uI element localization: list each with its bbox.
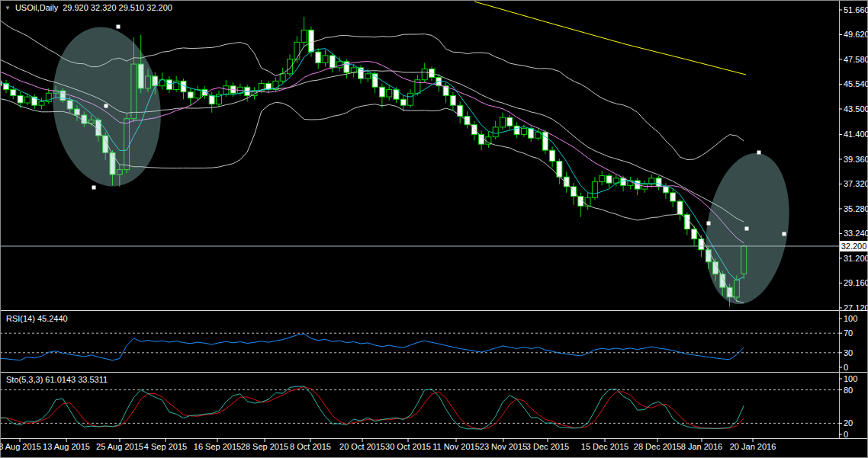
candle-body-bear — [542, 132, 548, 150]
time-axis-label: 11 Nov 2015 — [432, 442, 480, 451]
candle-body-bull — [387, 90, 392, 98]
price-axis-label: 41.400 — [844, 130, 868, 139]
price-axis-label: 49.620 — [844, 30, 868, 39]
price-axis-label: 29.160 — [844, 278, 868, 287]
candle-body-bear — [663, 187, 668, 193]
candle-body-bear — [656, 178, 661, 187]
candle-body-bull — [24, 97, 30, 103]
price-axis-label: 35.280 — [844, 204, 868, 213]
time-axis-label: 20 Jan 2016 — [730, 442, 776, 451]
candle-body-bear — [166, 80, 172, 90]
candle-body-bear — [400, 99, 406, 105]
stochastic-axis-label: 100 — [844, 374, 857, 383]
time-axis-label: 13 Aug 2015 — [43, 442, 90, 451]
rsi-axis-label: 100 — [844, 314, 857, 323]
candle-body-bull — [408, 93, 413, 105]
candle-body-bull — [493, 127, 498, 137]
stochastic-indicator-label: Sto(5,3,3) 61.0143 33.5311 — [6, 375, 108, 385]
time-axis-label: 25 Aug 2015 — [96, 442, 143, 451]
rsi-axis-label: 0 — [844, 363, 848, 372]
stochastic-axis-label: 20 — [844, 418, 853, 428]
chart-title-bar: ▼ USOil,Daily 29.920 32.320 29.510 32.20… — [5, 3, 172, 13]
candle-body-bull — [301, 30, 307, 42]
candlestick-chart-canvas[interactable]: 51.66049.62047.58045.54043.50041.40039.3… — [0, 0, 868, 458]
price-axis-label: 37.320 — [844, 179, 868, 188]
object-drag-handle[interactable] — [745, 227, 749, 231]
candle-body-bear — [188, 92, 193, 98]
current-price-tag: 32.200 — [840, 241, 868, 251]
object-drag-handle[interactable] — [92, 186, 96, 190]
candle-body-bull — [280, 74, 285, 82]
object-drag-handle[interactable] — [707, 222, 711, 226]
candle-body-bull — [39, 101, 44, 105]
candle-body-bear — [316, 52, 321, 62]
candle-body-bull — [585, 197, 590, 206]
time-axis-label: 20 Oct 2015 — [339, 442, 385, 451]
candle-body-bear — [550, 150, 555, 161]
object-drag-handle[interactable] — [783, 232, 786, 236]
object-drag-handle[interactable] — [757, 151, 761, 155]
candle-body-bear — [684, 215, 690, 229]
candle-body-bull — [223, 86, 229, 94]
chart-symbol-period: USOil,Daily — [15, 3, 58, 13]
candle-body-bull — [592, 182, 597, 198]
time-axis-label: 28 Sep 2015 — [241, 442, 288, 451]
rsi-axis-label: 30 — [844, 348, 853, 357]
candle-body-bear — [11, 90, 16, 96]
candle-body-bear — [330, 56, 335, 68]
time-axis-label: 15 Dec 2015 — [581, 442, 628, 451]
candle-body-bull — [294, 42, 300, 59]
candle-body-bear — [670, 193, 676, 201]
stochastic-axis-label: 0 — [844, 430, 848, 439]
candle-body-bear — [514, 126, 519, 134]
candle — [542, 130, 548, 154]
candle-body-bear — [479, 134, 484, 144]
candle-body-bear — [677, 201, 683, 215]
candle-body-bear — [18, 95, 23, 103]
price-axis-label: 47.580 — [844, 55, 868, 64]
candle-body-bear — [606, 176, 612, 184]
rsi-indicator-label: RSI(14) 45.2440 — [6, 314, 68, 324]
mt4-chart-window: 51.66049.62047.58045.54043.50041.40039.3… — [0, 0, 868, 458]
candle-body-bear — [507, 117, 513, 126]
price-axis-label: 43.500 — [844, 104, 868, 114]
time-axis-label: 8 Oct 2015 — [290, 442, 331, 451]
time-axis-label: 23 Nov 2015 — [480, 442, 527, 451]
time-axis-label: 8 Jan 2016 — [681, 442, 722, 451]
candle-body-bear — [450, 95, 455, 105]
candle-body-bull — [500, 117, 506, 127]
candle-body-bull — [521, 128, 526, 134]
candle-body-bear — [308, 30, 313, 52]
candle-body-bull — [195, 90, 201, 98]
time-axis-label: 3 Dec 2015 — [526, 442, 569, 451]
time-axis-label: 28 Dec 2015 — [634, 442, 681, 451]
price-axis-label: 27.120 — [844, 303, 868, 312]
candle-body-bear — [209, 95, 214, 104]
object-drag-handle[interactable] — [104, 104, 108, 108]
object-drag-handle[interactable] — [117, 25, 121, 29]
price-axis-label: 31.200 — [844, 254, 868, 263]
candle-body-bull — [288, 59, 293, 74]
candle-body-bear — [379, 87, 384, 97]
rsi-axis-label: 70 — [844, 328, 853, 338]
stochastic-axis-label: 80 — [844, 386, 853, 395]
time-axis-label: 16 Sep 2015 — [194, 442, 241, 451]
price-axis-label: 33.240 — [844, 229, 868, 238]
price-axis-label: 45.540 — [844, 79, 868, 88]
candle-body-bull — [600, 176, 605, 182]
time-axis-label: 30 Oct 2015 — [385, 442, 431, 451]
time-axis-label: 4 Sep 2015 — [144, 442, 187, 451]
candle-body-bull — [365, 74, 371, 78]
candle-body-bull — [323, 56, 328, 63]
time-axis-label: 3 Aug 2015 — [0, 442, 41, 451]
candle-body-bull — [422, 69, 427, 79]
price-axis-label: 39.360 — [844, 155, 868, 164]
chart-dropdown-icon[interactable]: ▼ — [5, 3, 11, 13]
price-axis-label: 51.660 — [844, 5, 868, 14]
chart-ohlc-readout: 29.920 32.320 29.510 32.200 — [63, 3, 172, 13]
